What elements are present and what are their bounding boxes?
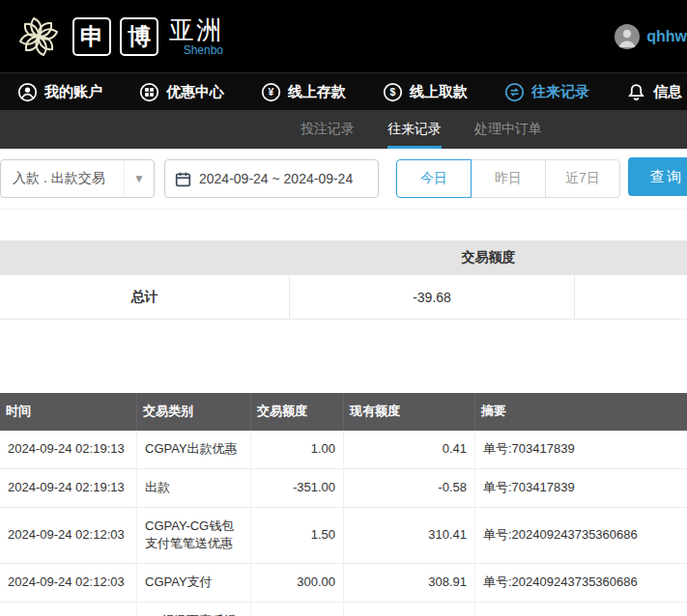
table-row: 2024-09-24 02:12:03 CGPAY支付 300.00 308.9… xyxy=(0,564,687,602)
summary-total-value: -39.68 xyxy=(290,275,575,319)
table-row: 2024-09-24 02:12:03 CGPAY-CG钱包支付笔笔送优惠 1.… xyxy=(0,508,687,565)
withdraw-icon: $ xyxy=(383,82,403,102)
col-header-memo: 摘要 xyxy=(475,393,687,431)
transaction-type-value: 入款 . 出款交易 xyxy=(1,170,124,187)
cell-balance: 310.41 xyxy=(344,508,475,564)
promo-icon xyxy=(139,82,159,102)
quick-filter-yesterday[interactable]: 昨日 xyxy=(471,159,546,198)
tab-betting-records[interactable]: 投注记录 xyxy=(301,110,355,149)
nav-item-messages[interactable]: 信息 xyxy=(626,82,682,102)
quick-filter-group: 今日 昨日 近7日 xyxy=(396,159,620,198)
cell-balance: 0.41 xyxy=(344,431,475,468)
cell-amount: 8.82 xyxy=(251,602,344,616)
quick-filter-7days[interactable]: 近7日 xyxy=(545,159,620,198)
cell-type: CGPAY-CG钱包支付笔笔送优惠 xyxy=(137,508,251,564)
cell-type: BB视讯百家乐返点 xyxy=(137,602,251,616)
cell-time: 2024-09-24 02:19:13 xyxy=(0,431,137,468)
cell-memo: 单号:703417839 xyxy=(475,431,687,468)
cell-time: 2024-09-24 02:19:13 xyxy=(0,469,137,507)
user-avatar-icon[interactable] xyxy=(615,24,640,49)
cell-type: CGPAY支付 xyxy=(137,564,251,602)
col-header-balance: 现有额度 xyxy=(344,393,475,431)
top-bar: 申 博 亚洲 Shenbo qhhw xyxy=(0,0,687,72)
cell-balance: 308.91 xyxy=(344,564,475,602)
username[interactable]: qhhw xyxy=(646,28,687,45)
table-row: 2024-09-24 02:19:13 CGPAY出款优惠 1.00 0.41 … xyxy=(0,431,687,469)
filter-bar: 入款 . 出款交易 ▼ 2024-09-24 ~ 2024-09-24 今日 昨… xyxy=(0,149,687,210)
main-nav: 我的账户 优惠中心 ¥ 线上存款 $ 线上取款 往来记录 xyxy=(0,72,687,110)
cell-balance: 8.91 xyxy=(344,602,475,616)
col-header-type: 交易类别 xyxy=(137,393,251,431)
transaction-type-select[interactable]: 入款 . 出款交易 ▼ xyxy=(0,159,155,198)
cell-time: 2024-09-24 02:03:59 xyxy=(0,602,137,616)
summary-total-label: 总计 xyxy=(0,275,290,319)
cell-amount: -351.00 xyxy=(251,469,344,507)
nav-item-label: 我的账户 xyxy=(44,83,102,101)
cell-amount: 1.00 xyxy=(251,431,344,468)
table-row: 2024-09-24 02:19:13 出款 -351.00 -0.58 单号:… xyxy=(0,469,687,508)
logo-region-text: 亚洲 xyxy=(169,17,223,42)
nav-item-deposit[interactable]: ¥ 线上存款 xyxy=(261,82,346,102)
logo-char-shen: 申 xyxy=(72,17,111,56)
logo-char-bo: 博 xyxy=(120,17,158,56)
tab-processing-orders[interactable]: 处理中订单 xyxy=(474,110,542,149)
bell-icon xyxy=(626,82,646,102)
summary-table: 交易额度 总计 -39.68 xyxy=(0,240,687,320)
nav-item-promotions[interactable]: 优惠中心 xyxy=(139,82,224,102)
logo-region: 亚洲 Shenbo xyxy=(169,17,223,56)
cell-time: 2024-09-24 02:12:03 xyxy=(0,508,137,564)
nav-item-label: 线上取款 xyxy=(410,83,468,101)
cell-type: CGPAY出款优惠 xyxy=(137,431,251,468)
logo[interactable]: 申 博 亚洲 Shenbo xyxy=(14,12,223,62)
cell-memo: 单号:703417839 xyxy=(475,469,687,507)
transactions-table: 时间 交易类别 交易额度 现有额度 摘要 2024-09-24 02:19:13… xyxy=(0,393,687,616)
nav-item-label: 线上存款 xyxy=(288,83,346,101)
user-area[interactable]: qhhw xyxy=(615,24,687,49)
cell-balance: -0.58 xyxy=(344,469,475,507)
col-header-amount: 交易额度 xyxy=(251,393,344,431)
calendar-icon xyxy=(175,171,191,187)
nav-item-label: 往来记录 xyxy=(531,83,589,101)
svg-text:$: $ xyxy=(390,86,396,98)
summary-total-row: 总计 -39.68 xyxy=(0,275,687,320)
nav-item-my-account[interactable]: 我的账户 xyxy=(17,82,102,102)
summary-header-label: 交易额度 xyxy=(290,249,687,266)
summary-row-pad xyxy=(575,275,687,319)
date-range-value: 2024-09-24 ~ 2024-09-24 xyxy=(199,171,353,186)
nav-item-withdraw[interactable]: $ 线上取款 xyxy=(383,82,468,102)
deposit-icon: ¥ xyxy=(261,82,281,102)
date-range-input[interactable]: 2024-09-24 ~ 2024-09-24 xyxy=(164,159,379,198)
search-button[interactable]: 查询 xyxy=(628,157,687,196)
cell-memo: 单号:202409243735360686 xyxy=(475,508,687,564)
table-header-row: 时间 交易类别 交易额度 现有额度 摘要 xyxy=(0,393,687,431)
table-row: 2024-09-24 02:03:59 BB视讯百家乐返点 8.82 8.91 … xyxy=(0,602,687,616)
records-icon xyxy=(504,82,525,102)
cell-time: 2024-09-24 02:12:03 xyxy=(0,564,137,602)
cell-memo: 系统派发_2024-09-23 xyxy=(475,602,687,616)
chevron-down-icon: ▼ xyxy=(124,160,154,197)
user-icon xyxy=(17,82,38,102)
cell-type: 出款 xyxy=(137,469,251,507)
nav-item-records[interactable]: 往来记录 xyxy=(504,82,589,102)
col-header-time: 时间 xyxy=(0,393,137,431)
logo-subtitle: Shenbo xyxy=(184,44,223,56)
nav-item-label: 优惠中心 xyxy=(166,83,224,101)
sub-nav: 投注记录 往来记录 处理中订单 xyxy=(0,110,687,149)
cell-amount: 300.00 xyxy=(251,564,344,602)
cell-memo: 单号:202409243735360686 xyxy=(475,564,687,602)
quick-filter-today[interactable]: 今日 xyxy=(396,159,472,198)
svg-text:¥: ¥ xyxy=(269,86,274,98)
logo-flower-icon xyxy=(14,12,64,62)
cell-amount: 1.50 xyxy=(251,508,344,564)
tab-transaction-records[interactable]: 往来记录 xyxy=(387,110,442,149)
table-body: 2024-09-24 02:19:13 CGPAY出款优惠 1.00 0.41 … xyxy=(0,431,687,616)
summary-header-row: 交易额度 xyxy=(0,240,687,275)
nav-item-label: 信息 xyxy=(653,83,682,101)
